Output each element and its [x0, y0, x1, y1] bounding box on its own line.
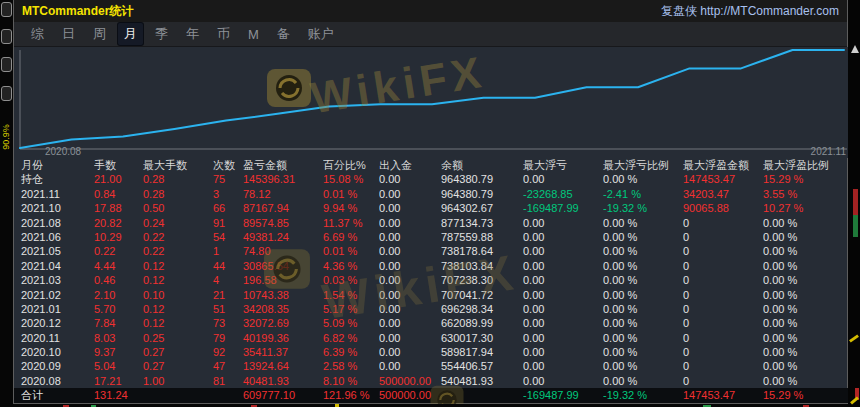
table-cell: 4 [213, 273, 243, 287]
table-cell: 0.24 [143, 216, 213, 230]
column-header[interactable]: 最大浮亏 [523, 158, 603, 172]
table-cell: 0.00 % [603, 316, 683, 330]
table-cell: 2021.06 [21, 230, 94, 244]
title-bar[interactable]: MTCommander统计 复盘侠 http://MTCommander.com [14, 0, 847, 22]
table-cell: 738103.84 [441, 259, 523, 273]
background-toolbar-button[interactable] [1, 57, 12, 72]
table-cell: 0 [683, 273, 763, 287]
table-cell: 0.00 [523, 288, 603, 302]
table-cell: 0.00 [379, 172, 441, 186]
table-row[interactable]: 2021.050.220.22174.800.01 %0.00738178.64… [21, 244, 849, 258]
table-row[interactable]: 2021.015.700.125134208.355.17 %0.0069629… [21, 302, 849, 316]
menu-item-5[interactable]: 年 [180, 23, 205, 45]
table-cell: 0.12 [143, 259, 213, 273]
table-row[interactable]: 2021.0610.290.225449381.246.69 %0.007875… [21, 230, 849, 244]
table-row[interactable]: 2021.0820.820.249189574.8511.37 %0.00877… [21, 216, 849, 230]
table-cell: 0.00 [523, 259, 603, 273]
menu-item-9[interactable]: 账户 [302, 23, 340, 45]
background-toolbar-button[interactable] [1, 29, 12, 44]
table-row[interactable]: 持仓21.000.2875145396.3115.08 %0.00964380.… [21, 172, 849, 186]
column-header[interactable]: 最大浮亏比例 [603, 158, 683, 172]
stats-table: 月份手数最大手数次数盈亏金额百分比%出入金余额最大浮亏最大浮亏比例最大浮盈金额最… [14, 158, 849, 404]
table-cell: 40199.36 [243, 331, 323, 345]
table-cell: 21.00 [94, 172, 143, 186]
column-header[interactable]: 最大手数 [143, 158, 213, 172]
table-cell: 9.94 % [323, 201, 379, 215]
brand-link[interactable]: 复盘侠 http://MTCommander.com [661, 3, 839, 20]
table-cell: 0.00 % [603, 302, 683, 316]
x-axis-start-label: 2020.08 [45, 146, 81, 157]
table-cell: 30865.54 [243, 259, 323, 273]
table-cell: 0.00 [523, 302, 603, 316]
table-cell: 0.00 [379, 359, 441, 373]
table-cell: 17.88 [94, 201, 143, 215]
menu-item-8[interactable]: 备 [271, 23, 296, 45]
table-cell [143, 388, 213, 402]
table-row[interactable]: 2021.044.440.124430865.544.36 %0.0073810… [21, 259, 849, 273]
column-header[interactable]: 出入金 [379, 158, 441, 172]
table-cell: -19.32 % [603, 201, 683, 215]
menu-item-2[interactable]: 周 [87, 23, 112, 45]
table-cell: 0 [683, 374, 763, 388]
table-row[interactable]: 2020.095.040.274713924.642.58 %0.0055440… [21, 359, 849, 373]
table-cell [213, 388, 243, 402]
table-cell: 0 [683, 302, 763, 316]
table-cell: 0.12 [143, 316, 213, 330]
screen: 90.9% MTCommander统计 复盘侠 http://MTCommand… [0, 0, 860, 407]
background-right-strip [848, 0, 860, 407]
table-cell: 2020.09 [21, 359, 94, 373]
column-header[interactable]: 次数 [213, 158, 243, 172]
menu-item-0[interactable]: 综 [25, 23, 50, 45]
table-cell: -2.41 % [603, 187, 683, 201]
table-row[interactable]: 2021.022.100.102110743.381.54 %0.0070704… [21, 288, 849, 302]
table-cell: 2020.08 [21, 374, 94, 388]
scroll-up-arrow-icon[interactable] [851, 45, 859, 53]
column-header[interactable]: 最大浮盈比例 [763, 158, 845, 172]
table-cell: 6.69 % [323, 230, 379, 244]
table-cell: 2020.12 [21, 316, 94, 330]
column-header[interactable]: 最大浮盈金额 [683, 158, 763, 172]
table-row[interactable]: 2021.1017.880.506687167.949.94 %0.009643… [21, 201, 849, 215]
table-row[interactable]: 2020.109.370.279235411.376.39 %0.0058981… [21, 345, 849, 359]
table-cell: 0.27 [143, 359, 213, 373]
table-cell: 0.00 [379, 230, 441, 244]
column-header[interactable]: 月份 [21, 158, 94, 172]
table-row[interactable]: 2020.118.030.257940199.366.82 %0.0063001… [21, 331, 849, 345]
table-cell: 4.44 [94, 259, 143, 273]
column-header[interactable]: 手数 [94, 158, 143, 172]
table-row[interactable]: 2020.127.840.127332072.695.09 %0.0066208… [21, 316, 849, 330]
table-cell: 0 [683, 316, 763, 330]
background-toolbar-button[interactable] [1, 2, 12, 17]
background-candle-green [853, 215, 858, 237]
table-cell: 589817.94 [441, 345, 523, 359]
table-cell: 5.09 % [323, 316, 379, 330]
table-cell: 707041.72 [441, 288, 523, 302]
background-toolbar-button[interactable] [1, 86, 12, 101]
table-cell: 0.00 % [603, 259, 683, 273]
menu-item-1[interactable]: 日 [56, 23, 81, 45]
column-header[interactable]: 余额 [441, 158, 523, 172]
table-cell: 89574.85 [243, 216, 323, 230]
menu-item-4[interactable]: 季 [149, 23, 174, 45]
table-cell: 0.22 [143, 230, 213, 244]
column-header[interactable]: 盈亏金额 [243, 158, 323, 172]
table-cell: 2020.11 [21, 331, 94, 345]
table-cell: -169487.99 [523, 388, 603, 402]
table-cell: 0 [683, 288, 763, 302]
table-cell: 0.50 [143, 201, 213, 215]
balance-chart-svg [14, 47, 849, 158]
menu-item-6[interactable]: 币 [211, 23, 236, 45]
table-cell: 2021.04 [21, 259, 94, 273]
table-row[interactable]: 2021.110.840.28378.120.01 %0.00964380.79… [21, 187, 849, 201]
menu-item-3[interactable]: 月 [118, 23, 143, 45]
table-cell: 0.00 [379, 288, 441, 302]
table-cell: 0.00 % [603, 216, 683, 230]
column-header[interactable]: 百分比% [323, 158, 379, 172]
table-cell: -19.32 % [603, 388, 683, 402]
table-cell: 34208.35 [243, 302, 323, 316]
table-cell: 0.00 [523, 345, 603, 359]
menu-item-7[interactable]: M [242, 25, 265, 44]
table-cell: 7.84 [94, 316, 143, 330]
table-cell: 131.24 [94, 388, 143, 402]
table-row[interactable]: 2021.030.460.124196.580.03 %0.00707238.3… [21, 273, 849, 287]
